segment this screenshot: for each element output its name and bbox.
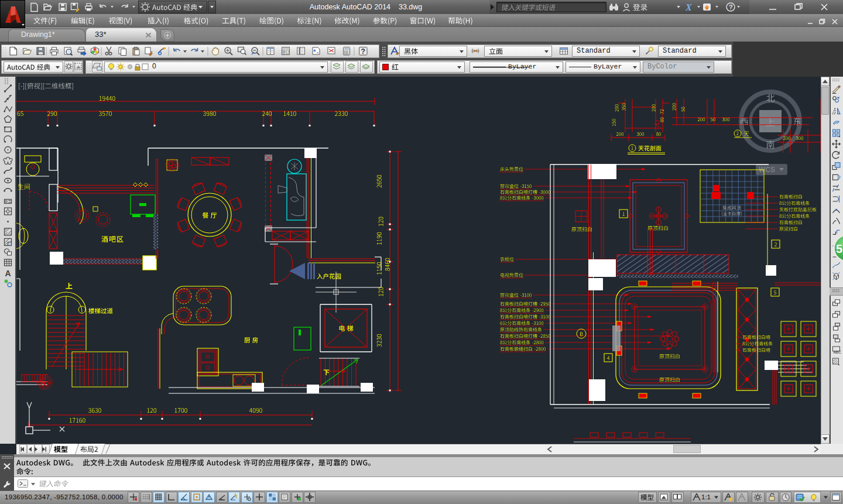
svg-text:?: ? <box>729 4 733 11</box>
svg-text:?: ? <box>361 47 365 56</box>
svg-text:A: A <box>5 269 11 278</box>
svg-text:X: X <box>685 2 692 12</box>
svg-text:51: 51 <box>836 242 843 255</box>
svg-text:ABC: ABC <box>834 350 842 354</box>
